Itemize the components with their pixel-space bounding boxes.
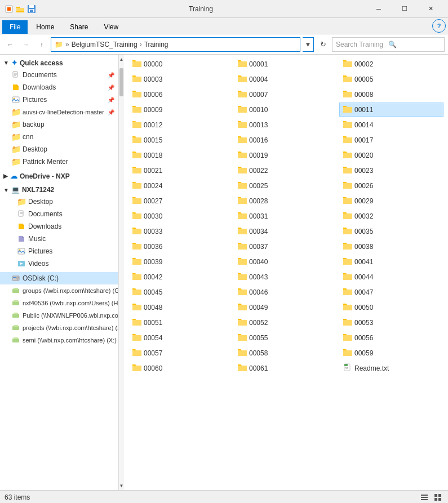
sidebar-item-desktop-nxl[interactable]: 📁 Desktop xyxy=(0,195,118,208)
scroll-up-arrow[interactable]: ▲ xyxy=(119,55,124,64)
folder-item-00051[interactable]: 00051 xyxy=(128,315,233,330)
folder-item-00020[interactable]: 00020 xyxy=(339,148,443,162)
path-segment-2[interactable]: Training xyxy=(144,41,168,48)
folder-item-00019[interactable]: 00019 xyxy=(234,148,338,162)
sidebar-item-cnn[interactable]: 📁 cnn xyxy=(0,131,118,143)
sidebar-item-osdisk[interactable]: OSDisk (C:) xyxy=(0,272,118,284)
sidebar-item-documents-quick[interactable]: Documents 📌 xyxy=(0,69,118,81)
back-button[interactable]: ← xyxy=(3,38,17,51)
folder-item-00008[interactable]: 00008 xyxy=(339,87,443,101)
forward-button[interactable]: → xyxy=(19,38,33,51)
sidebar-item-semi[interactable]: semi (\\wbi.nxp.com\htcshare) (X:) xyxy=(0,334,118,346)
tab-home[interactable]: Home xyxy=(29,20,61,34)
folder-item-00033[interactable]: 00033 xyxy=(128,224,233,238)
folder-item-00013[interactable]: 00013 xyxy=(234,118,338,132)
sidebar-item-pictures-nxl[interactable]: Pictures xyxy=(0,245,118,257)
restore-button[interactable]: ☐ xyxy=(392,0,418,18)
folder-item-00003[interactable]: 00003 xyxy=(128,72,233,86)
folder-item-00028[interactable]: 00028 xyxy=(234,194,338,208)
folder-item-00055[interactable]: 00055 xyxy=(234,331,338,345)
folder-item-00041[interactable]: 00041 xyxy=(339,255,443,269)
address-dropdown[interactable]: ▼ xyxy=(303,37,314,52)
folder-item-00021[interactable]: 00021 xyxy=(128,163,233,177)
folder-item-00034[interactable]: 00034 xyxy=(234,224,338,238)
folder-item-00046[interactable]: 00046 xyxy=(234,285,338,299)
folder-item-00001[interactable]: 00001 xyxy=(234,57,338,71)
sidebar-item-pattrick[interactable]: 📁 Pattrick Menter xyxy=(0,155,118,168)
sidebar-item-auvsi[interactable]: 📁 auvsi-cv-lineDetection-master 📌 xyxy=(0,106,118,118)
folder-item-00052[interactable]: 00052 xyxy=(234,315,338,330)
tab-view[interactable]: View xyxy=(96,20,126,34)
folder-item-00031[interactable]: 00031 xyxy=(234,209,338,223)
up-button[interactable]: ↑ xyxy=(35,38,48,51)
folder-item-00053[interactable]: 00053 xyxy=(339,315,443,330)
folder-item-00040[interactable]: 00040 xyxy=(234,255,338,269)
folder-item-00044[interactable]: 00044 xyxy=(339,270,443,284)
sidebar-item-downloads-quick[interactable]: Downloads 📌 xyxy=(0,81,118,94)
folder-item-00048[interactable]: 00048 xyxy=(128,300,233,314)
scroll-down-arrow[interactable]: ▼ xyxy=(119,481,124,490)
folder-item-00025[interactable]: 00025 xyxy=(234,179,338,193)
sidebar-item-projects[interactable]: projects (\\wbi.nxp.com\htcshare) (S:) xyxy=(0,322,118,334)
folder-item-00018[interactable]: 00018 xyxy=(128,148,233,162)
tab-share[interactable]: Share xyxy=(63,20,95,34)
folder-item-00005[interactable]: 00005 xyxy=(339,72,443,86)
folder-item-00000[interactable]: 00000 xyxy=(128,57,233,71)
sidebar-item-documents-nxl[interactable]: Documents xyxy=(0,208,118,220)
folder-item-00015[interactable]: 00015 xyxy=(128,133,233,147)
sidebar-item-videos[interactable]: Videos xyxy=(0,257,118,270)
folder-item-00027[interactable]: 00027 xyxy=(128,194,233,208)
sidebar-item-groups[interactable]: groups (\\wbi.nxp.com\htcshare) (G:) xyxy=(0,284,118,297)
folder-item-00042[interactable]: 00042 xyxy=(128,270,233,284)
sidebar-scrollbar[interactable]: ▲ ▼ xyxy=(118,55,124,490)
folder-item-00050[interactable]: 00050 xyxy=(339,300,443,314)
sidebar-item-music[interactable]: Music xyxy=(0,233,118,245)
onedrive-header[interactable]: ▶ ☁ OneDrive - NXP xyxy=(0,170,118,182)
folder-item-00045[interactable]: 00045 xyxy=(128,285,233,299)
sidebar-item-pictures-quick[interactable]: Pictures 📌 xyxy=(0,94,118,106)
folder-item-00039[interactable]: 00039 xyxy=(128,255,233,269)
folder-item-00004[interactable]: 00004 xyxy=(234,72,338,86)
folder-item-00043[interactable]: 00043 xyxy=(234,270,338,284)
folder-item-00058[interactable]: 00058 xyxy=(234,346,338,360)
folder-item-00037[interactable]: 00037 xyxy=(234,239,338,253)
folder-item-00057[interactable]: 00057 xyxy=(128,346,233,360)
path-segment-1[interactable]: BelgiumTSC_Training xyxy=(72,41,137,48)
folder-item-00009[interactable]: 00009 xyxy=(128,103,233,117)
help-button[interactable]: ? xyxy=(432,19,446,33)
folder-item-00060[interactable]: 00060 xyxy=(128,361,233,375)
folder-item-00024[interactable]: 00024 xyxy=(128,179,233,193)
sidebar-item-nxf40536[interactable]: nxf40536 (\\wbi.nxp.com\Users) (H:) xyxy=(0,297,118,309)
folder-item-00056[interactable]: 00056 xyxy=(339,331,443,345)
folder-item-00014[interactable]: 00014 xyxy=(339,118,443,132)
folder-item-00002[interactable]: 00002 xyxy=(339,57,443,71)
folder-item-00011[interactable]: 00011 xyxy=(339,103,443,117)
folder-item-00049[interactable]: 00049 xyxy=(234,300,338,314)
search-box[interactable]: Search Training 🔍 xyxy=(332,37,445,52)
folder-item-00032[interactable]: 00032 xyxy=(339,209,443,223)
address-path[interactable]: 📁 » BelgiumTSC_Training › Training xyxy=(51,37,300,52)
folder-item-00016[interactable]: 00016 xyxy=(234,133,338,147)
close-button[interactable]: ✕ xyxy=(418,0,443,18)
folder-item-00054[interactable]: 00054 xyxy=(128,331,233,345)
sidebar-item-desktop-quick[interactable]: 📁 Desktop xyxy=(0,143,118,155)
folder-item-00017[interactable]: 00017 xyxy=(339,133,443,147)
folder-item-00036[interactable]: 00036 xyxy=(128,239,233,253)
folder-item-00047[interactable]: 00047 xyxy=(339,285,443,299)
sidebar-item-backup[interactable]: 📁 backup xyxy=(0,118,118,131)
folder-item-00010[interactable]: 00010 xyxy=(234,103,338,117)
folder-item-00007[interactable]: 00007 xyxy=(234,87,338,101)
folder-item-Readmetxt[interactable]: TXTReadme.txt xyxy=(339,361,443,375)
folder-item-00061[interactable]: 00061 xyxy=(234,361,338,375)
details-view-button[interactable] xyxy=(419,492,430,503)
refresh-button[interactable]: ↻ xyxy=(316,38,330,51)
folder-item-00023[interactable]: 00023 xyxy=(339,163,443,177)
tab-file[interactable]: File xyxy=(2,20,28,34)
folder-item-00012[interactable]: 00012 xyxy=(128,118,233,132)
folder-item-00059[interactable]: 00059 xyxy=(339,346,443,360)
folder-item-00030[interactable]: 00030 xyxy=(128,209,233,223)
minimize-button[interactable]: ─ xyxy=(366,0,392,18)
folder-item-00006[interactable]: 00006 xyxy=(128,87,233,101)
quick-access-header[interactable]: ▼ ✦ Quick access xyxy=(0,57,118,69)
sidebar-item-downloads-nxl[interactable]: Downloads xyxy=(0,220,118,233)
